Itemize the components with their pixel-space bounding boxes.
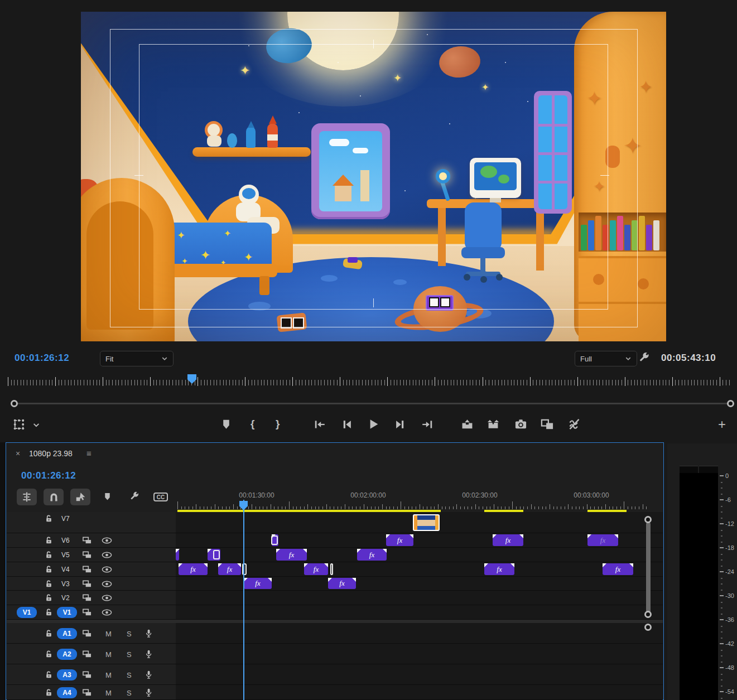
timeline-playhead-line[interactable] bbox=[243, 500, 244, 700]
track-lane[interactable] bbox=[176, 548, 663, 562]
solo-button[interactable]: S bbox=[127, 670, 132, 679]
zoom-level-select[interactable]: Fit bbox=[100, 351, 174, 366]
mute-button[interactable]: M bbox=[105, 650, 112, 658]
graphic-clip[interactable]: fx bbox=[244, 578, 272, 589]
voiceover-record-mic-icon[interactable] bbox=[145, 649, 152, 659]
extract-icon[interactable] bbox=[486, 418, 500, 430]
track-lock-icon[interactable] bbox=[45, 688, 53, 697]
scrollbar-handle-circle[interactable] bbox=[644, 611, 652, 618]
sync-lock-icon[interactable] bbox=[82, 565, 92, 574]
scrollbar-handle-circle[interactable] bbox=[644, 624, 652, 631]
solo-button[interactable]: S bbox=[127, 629, 132, 638]
lift-icon[interactable] bbox=[461, 418, 474, 430]
graphic-clip[interactable]: fx bbox=[484, 563, 514, 575]
sync-lock-icon[interactable] bbox=[82, 629, 92, 638]
voiceover-record-mic-icon[interactable] bbox=[145, 670, 152, 679]
mark-in-icon[interactable]: { bbox=[251, 418, 254, 430]
button-editor-add-icon[interactable]: + bbox=[718, 417, 726, 432]
monitor-scrollbar-right-handle[interactable] bbox=[727, 400, 734, 407]
track-target-badge[interactable]: A1 bbox=[57, 628, 77, 639]
sync-lock-icon[interactable] bbox=[82, 593, 92, 602]
monitor-current-timecode[interactable]: 00:01:26:12 bbox=[15, 353, 69, 364]
track-lock-icon[interactable] bbox=[45, 594, 53, 602]
toggle-track-output-eye-icon[interactable] bbox=[102, 594, 112, 602]
track-target-badge[interactable]: A4 bbox=[57, 687, 77, 698]
transition-clip[interactable] bbox=[271, 535, 278, 545]
export-frame-overlay-icon[interactable] bbox=[12, 418, 26, 431]
captions-toggle-icon[interactable]: CC bbox=[153, 493, 168, 501]
monitor-ruler[interactable] bbox=[8, 375, 730, 388]
graphic-clip[interactable]: fx bbox=[603, 563, 633, 575]
source-patch-badge[interactable]: V1 bbox=[17, 607, 37, 618]
mute-button[interactable]: M bbox=[105, 670, 112, 679]
toggle-track-output-eye-icon[interactable] bbox=[102, 551, 112, 559]
graphic-clip[interactable] bbox=[272, 534, 278, 546]
track-lock-icon[interactable] bbox=[45, 551, 53, 559]
toggle-track-output-eye-icon[interactable] bbox=[102, 609, 112, 616]
mute-button[interactable]: M bbox=[105, 629, 112, 638]
track-lane[interactable] bbox=[176, 605, 663, 620]
toggle-track-output-eye-icon[interactable] bbox=[102, 566, 112, 573]
graphic-clip[interactable]: fx bbox=[493, 534, 523, 546]
graphic-clip[interactable]: fx bbox=[276, 549, 307, 561]
monitor-settings-wrench-icon[interactable] bbox=[638, 352, 651, 364]
sync-lock-icon[interactable] bbox=[82, 536, 92, 545]
step-back-icon[interactable] bbox=[341, 419, 353, 430]
step-forward-icon[interactable] bbox=[394, 419, 406, 430]
track-lane[interactable] bbox=[176, 562, 663, 577]
sequence-tab-close-icon[interactable]: × bbox=[16, 449, 20, 458]
graphic-clip[interactable]: fx bbox=[218, 563, 241, 575]
graphic-clip[interactable]: fx bbox=[587, 534, 618, 546]
graphic-clip[interactable] bbox=[176, 549, 179, 561]
monitor-scrollbar[interactable] bbox=[17, 403, 731, 404]
graphic-clip[interactable] bbox=[208, 549, 220, 561]
track-lane[interactable] bbox=[176, 623, 663, 644]
graphic-clip[interactable]: fx bbox=[357, 549, 387, 561]
panel-menu-icon[interactable]: ≡ bbox=[86, 448, 91, 458]
track-lock-icon[interactable] bbox=[45, 650, 53, 658]
track-lane[interactable] bbox=[176, 591, 663, 605]
sync-lock-icon[interactable] bbox=[82, 580, 92, 588]
track-lane[interactable] bbox=[176, 685, 663, 700]
track-lock-icon[interactable] bbox=[45, 566, 53, 574]
timeline-current-timecode[interactable]: 00:01:26:12 bbox=[21, 470, 76, 481]
toggle-track-output-eye-icon[interactable] bbox=[102, 580, 112, 588]
sync-lock-icon[interactable] bbox=[82, 670, 92, 679]
monitor-scrollbar-left-handle[interactable] bbox=[11, 400, 18, 407]
go-to-in-icon[interactable] bbox=[314, 419, 326, 430]
track-lane[interactable] bbox=[176, 644, 663, 664]
video-clip-thumbnail[interactable] bbox=[413, 514, 440, 531]
graphic-clip[interactable]: fx bbox=[304, 563, 328, 575]
linked-selection-button[interactable] bbox=[70, 489, 90, 505]
track-lock-icon[interactable] bbox=[45, 515, 53, 523]
sync-lock-icon[interactable] bbox=[82, 650, 92, 659]
sync-lock-icon[interactable] bbox=[82, 608, 92, 617]
sync-lock-icon[interactable] bbox=[82, 551, 92, 559]
timeline-settings-wrench-icon[interactable] bbox=[129, 491, 140, 502]
solo-button[interactable]: S bbox=[127, 650, 132, 658]
comparison-view-icon[interactable] bbox=[541, 418, 554, 431]
sync-lock-icon[interactable] bbox=[82, 688, 92, 697]
track-target-badge[interactable]: A2 bbox=[57, 649, 77, 660]
track-lock-icon[interactable] bbox=[45, 580, 53, 588]
add-marker-icon[interactable] bbox=[221, 419, 232, 430]
chevron-down-icon[interactable] bbox=[32, 421, 40, 429]
track-target-badge[interactable]: A3 bbox=[57, 669, 77, 680]
track-lock-icon[interactable] bbox=[45, 670, 53, 679]
track-lock-icon[interactable] bbox=[45, 609, 53, 617]
global-fx-mute-icon[interactable] bbox=[568, 418, 581, 430]
track-lock-icon[interactable] bbox=[45, 629, 53, 638]
track-target-badge[interactable]: V1 bbox=[57, 607, 77, 618]
mute-button[interactable]: M bbox=[105, 688, 112, 697]
transition-clip[interactable] bbox=[213, 550, 220, 559]
timeline-marker-icon[interactable] bbox=[103, 492, 112, 501]
nest-toggle-button[interactable] bbox=[17, 489, 37, 505]
snap-toggle-button[interactable] bbox=[44, 489, 64, 505]
go-to-out-icon[interactable] bbox=[421, 419, 433, 430]
track-lock-icon[interactable] bbox=[45, 537, 53, 545]
playback-resolution-select[interactable]: Full bbox=[575, 351, 637, 366]
solo-button[interactable]: S bbox=[127, 688, 132, 697]
play-icon[interactable] bbox=[368, 418, 379, 430]
voiceover-record-mic-icon[interactable] bbox=[145, 688, 152, 697]
mark-out-icon[interactable]: } bbox=[276, 418, 280, 430]
